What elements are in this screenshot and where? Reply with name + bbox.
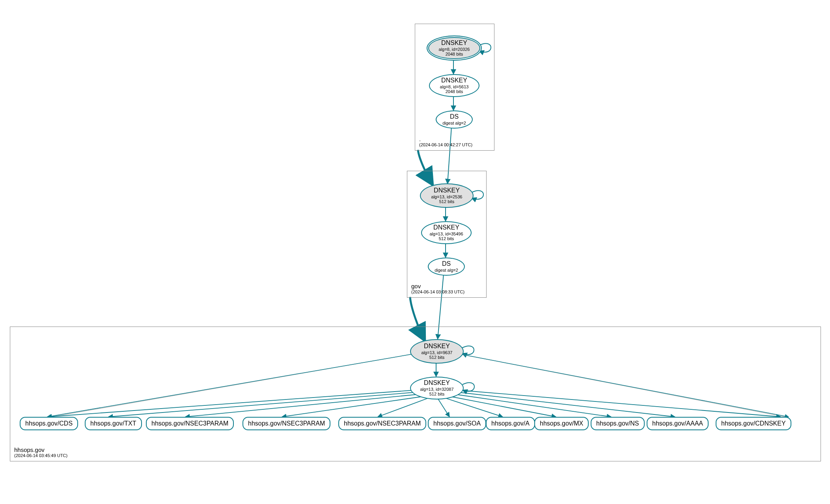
record-nsec3param-3: hhsops.gov/NSEC3PARAM: [338, 417, 426, 430]
zone-domain-label: hhsops.gov: [14, 446, 67, 453]
root-ds: DS digest alg=2: [436, 110, 473, 129]
record-soa: hhsops.gov/SOA: [428, 417, 486, 430]
zone-root-timestamp: (2024-06-14 00:42:27 UTC): [419, 142, 472, 147]
dnssec-graph: . (2024-06-14 00:42:27 UTC) gov (2024-06…: [8, 8, 822, 496]
root-dnskey-ksk: DNSKEY alg=8, id=20326 2048 bits: [427, 35, 482, 61]
record-mx: hhsops.gov/MX: [534, 417, 589, 430]
domain-dnskey-ksk: DNSKEY alg=13, id=9637 512 bits: [410, 339, 464, 364]
gov-dnskey-ksk: DNSKEY alg=13, id=2536 512 bits: [420, 183, 474, 208]
record-ns: hhsops.gov/NS: [591, 417, 645, 430]
zone-gov-label: gov: [411, 283, 464, 289]
record-cds: hhsops.gov/CDS: [20, 417, 78, 430]
record-txt: hhsops.gov/TXT: [85, 417, 142, 430]
domain-dnskey-zsk: DNSKEY alg=13, id=32087 512 bits: [410, 377, 464, 399]
record-aaaa: hhsops.gov/AAAA: [647, 417, 709, 430]
record-nsec3param-2: hhsops.gov/NSEC3PARAM: [242, 417, 330, 430]
record-cdnskey: hhsops.gov/CDNSKEY: [716, 417, 791, 430]
record-a: hhsops.gov/A: [486, 417, 535, 430]
gov-ds: DS digest alg=2: [428, 258, 465, 276]
zone-root-label: .: [419, 136, 472, 142]
gov-dnskey-zsk: DNSKEY alg=13, id=35496 512 bits: [421, 221, 472, 244]
zone-gov-timestamp: (2024-06-14 03:08:33 UTC): [411, 289, 464, 294]
root-dnskey-zsk: DNSKEY alg=8, id=5613 2048 bits: [429, 74, 479, 97]
zone-domain-timestamp: (2024-06-14 03:45:49 UTC): [14, 453, 67, 458]
record-nsec3param-1: hhsops.gov/NSEC3PARAM: [146, 417, 234, 430]
